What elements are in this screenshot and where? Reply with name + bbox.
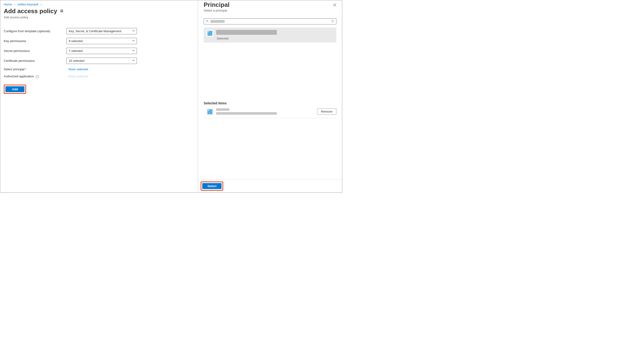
page-subtitle: Add access policy bbox=[4, 15, 194, 19]
remove-button[interactable]: Remove bbox=[317, 108, 336, 115]
info-icon[interactable]: i bbox=[36, 75, 39, 78]
select-button[interactable]: Select bbox=[202, 183, 222, 189]
select-principal-label: Select principal* bbox=[4, 67, 66, 71]
secret-permissions-label: Secret permissions bbox=[4, 49, 66, 53]
search-value-redacted bbox=[210, 20, 224, 23]
add-button[interactable]: Add bbox=[6, 86, 24, 92]
chevron-down-icon bbox=[132, 39, 135, 43]
secret-permissions-dropdown[interactable]: 7 selected bbox=[66, 48, 137, 54]
authorized-application-label: Authorized application i bbox=[4, 74, 66, 78]
result-name-redacted bbox=[216, 30, 277, 35]
selected-items-heading: Selected items bbox=[204, 101, 336, 105]
breadcrumb-home-link[interactable]: Home bbox=[4, 2, 12, 6]
breadcrumb-vault-link[interactable]: nellies-keyvault bbox=[18, 2, 38, 6]
required-asterisk: * bbox=[25, 67, 26, 71]
add-button-highlight: Add bbox=[4, 85, 26, 94]
breadcrumb: Home › nellies-keyvault › bbox=[4, 2, 194, 6]
search-result-item[interactable]: Selected bbox=[204, 27, 336, 42]
key-permissions-dropdown[interactable]: 9 selected bbox=[66, 38, 137, 44]
select-button-highlight: Select bbox=[201, 181, 223, 191]
result-selected-label: Selected bbox=[217, 37, 277, 40]
certificate-permissions-value: 15 selected bbox=[69, 59, 84, 62]
avatar bbox=[206, 108, 213, 115]
app-icon bbox=[208, 31, 212, 36]
selected-item-row: Remove bbox=[204, 108, 336, 118]
chevron-down-icon bbox=[132, 59, 135, 62]
page-title: Add access policy bbox=[4, 7, 57, 15]
authorized-application-value: None selected bbox=[66, 74, 88, 78]
selected-item-id-redacted bbox=[216, 112, 277, 115]
key-permissions-label: Key permissions bbox=[4, 39, 66, 43]
selected-item-name-redacted bbox=[216, 108, 229, 111]
template-value: Key, Secret, & Certificate Management bbox=[69, 29, 121, 33]
secret-permissions-value: 7 selected bbox=[69, 49, 82, 53]
key-permissions-value: 9 selected bbox=[69, 39, 82, 43]
chevron-down-icon bbox=[132, 49, 135, 53]
template-label: Configure from template (optional) bbox=[4, 29, 66, 33]
template-dropdown[interactable]: Key, Secret, & Certificate Management bbox=[66, 28, 137, 34]
certificate-permissions-label: Certificate permissions bbox=[4, 59, 66, 62]
svg-point-3 bbox=[206, 20, 208, 22]
panel-subtitle: Select a principal bbox=[204, 9, 230, 12]
app-icon bbox=[208, 109, 212, 114]
panel-title: Principal bbox=[204, 1, 230, 8]
principal-search-input[interactable] bbox=[204, 18, 336, 24]
select-principal-link[interactable]: None selected bbox=[66, 67, 88, 71]
certificate-permissions-dropdown[interactable]: 15 selected bbox=[66, 58, 137, 64]
chevron-right-icon: › bbox=[14, 2, 15, 6]
avatar bbox=[206, 30, 213, 37]
search-icon bbox=[206, 20, 209, 23]
close-icon[interactable] bbox=[333, 3, 336, 7]
print-icon[interactable] bbox=[60, 9, 64, 13]
chevron-down-icon bbox=[132, 29, 135, 33]
clear-search-icon[interactable] bbox=[331, 19, 334, 23]
principal-panel: Principal Select a principal Selected bbox=[198, 0, 342, 193]
chevron-right-icon: › bbox=[41, 2, 42, 6]
